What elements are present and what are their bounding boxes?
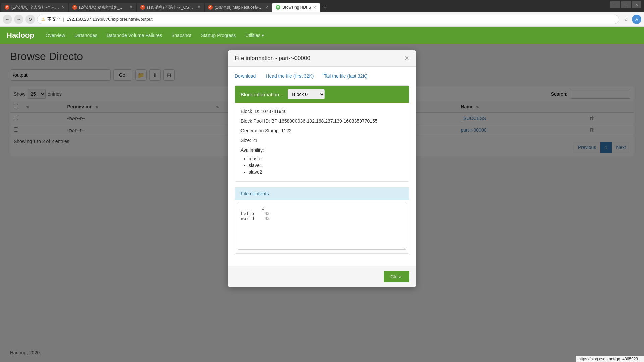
block-info-section: Block information -- Block 0 Block ID: 1… [235,85,409,182]
close-button[interactable]: Close [384,271,409,282]
file-contents-section: File contents 3 hello 43 world 43 [235,187,409,254]
close-window-button[interactable]: ✕ [632,1,641,8]
tab-5-favicon: B [276,5,280,10]
status-bar: https://blog.csdn.net/qq_4365923... [576,356,644,362]
availability-node-0: master [249,156,404,161]
hadoop-navbar: Hadoop Overview Datanodes Datanode Volum… [0,27,644,44]
modal-close-button[interactable]: ✕ [404,55,409,61]
head-file-link[interactable]: Head the file (first 32K) [266,73,314,79]
tab-4-close[interactable]: ✕ [265,5,268,10]
nav-startup-progress[interactable]: Startup Progress [196,27,240,44]
tab-3-favicon: C [140,5,145,10]
block-select[interactable]: Block 0 [288,89,325,99]
tab-1[interactable]: C (1条消息) 个人资料-个人中心-C... ✕ [1,3,68,12]
block-id: Block ID: 1073741946 [240,108,404,115]
tab-2-close[interactable]: ✕ [129,5,133,10]
file-info-modal: File information - part-r-00000 ✕ Downlo… [228,50,416,287]
modal-header: File information - part-r-00000 ✕ [228,50,416,67]
maximize-button[interactable]: □ [621,1,631,8]
tail-file-link[interactable]: Tail the file (last 32K) [324,73,367,79]
tab-4-label: (1条消息) MapReduce快速入门... [215,5,263,10]
security-warning-icon: ⚠ [41,17,45,22]
availability-label: Availability: [240,147,404,154]
window-controls: — □ ✕ [610,1,641,8]
tab-3-close[interactable]: ✕ [197,5,201,10]
tab-3-label: (1条消息) 不温卜火_CSDN博客... [147,5,195,10]
nav-datanode-volume-failures[interactable]: Datanode Volume Failures [102,27,167,44]
url-bar[interactable]: ⚠ 不安全 | 192.168.237.139:9870/explorer.ht… [37,15,619,24]
block-details: Block ID: 1073741946 Block Pool ID: BP-1… [235,103,409,181]
generation-stamp: Generation Stamp: 1122 [240,127,404,134]
availability-node-1: slave1 [249,163,404,168]
file-contents-header: File contents [235,187,409,200]
forward-button[interactable]: → [14,15,23,24]
tab-bar: C (1条消息) 个人资料-个人中心-C... ✕ C (2条消息) 秘密的博客… [0,0,644,12]
modal-footer: Close [228,266,416,287]
tab-1-label: (1条消息) 个人资料-个人中心-C... [11,5,60,10]
modal-body: Download Head the file (first 32K) Tail … [228,67,416,266]
modal-overlay: File information - part-r-00000 ✕ Downlo… [0,44,644,362]
block-info-header: Block information -- Block 0 [235,86,409,103]
modal-title: File information - part-r-00000 [235,55,310,62]
block-info-label: Block information -- [240,92,284,97]
url-text: 192.168.237.139:9870/explorer.html#/outp… [67,17,152,22]
nav-utilities[interactable]: Utilities ▾ [240,27,269,44]
refresh-button[interactable]: ↻ [25,15,35,24]
tab-1-close[interactable]: ✕ [62,5,65,10]
browser-window: C (1条消息) 个人资料-个人中心-C... ✕ C (2条消息) 秘密的博客… [0,0,644,362]
tab-2[interactable]: C (2条消息) 秘密的博客_星墟_客至... ✕ [69,3,136,12]
nav-overview[interactable]: Overview [41,27,70,44]
file-contents-body: 3 hello 43 world 43 [235,200,409,253]
profile-icon[interactable]: A [632,15,641,24]
modal-links: Download Head the file (first 32K) Tail … [235,73,409,79]
download-link[interactable]: Download [235,73,256,79]
tab-5-label: Browsing HDFS [282,5,311,10]
minimize-button[interactable]: — [610,1,620,8]
tab-2-favicon: C [72,5,77,10]
nav-snapshot[interactable]: Snapshot [167,27,196,44]
tab-4-favicon: C [208,5,213,10]
address-bar: ← → ↻ ⚠ 不安全 | 192.168.237.139:9870/explo… [0,12,644,27]
tab-5[interactable]: B Browsing HDFS ✕ [272,3,320,12]
new-tab-button[interactable]: + [320,3,330,12]
back-button[interactable]: ← [3,15,12,24]
availability-list: master slave1 slave2 [249,156,404,175]
tab-5-close[interactable]: ✕ [313,5,316,10]
hadoop-brand: Hadoop [7,31,34,40]
block-pool-id: Block Pool ID: BP-1658000036-192.168.237… [240,118,404,125]
tab-2-label: (2条消息) 秘密的博客_星墟_客至... [79,5,127,10]
security-warning-text: 不安全 [47,16,60,22]
block-size: Size: 21 [240,137,404,144]
file-contents-textarea[interactable]: 3 hello 43 world 43 [238,203,406,250]
tab-4[interactable]: C (1条消息) MapReduce快速入门... ✕ [205,3,272,12]
nav-datanodes[interactable]: Datanodes [70,27,102,44]
tab-3[interactable]: C (1条消息) 不温卜火_CSDN博客... ✕ [137,3,204,12]
toolbar-icons: ☆ A [621,15,641,24]
main-content: Browse Directo Go! 📁 ⬆ ⊞ Show 25 10 [0,44,644,362]
star-icon[interactable]: ☆ [621,15,631,24]
tab-1-favicon: C [5,5,9,10]
availability-node-2: slave2 [249,169,404,175]
